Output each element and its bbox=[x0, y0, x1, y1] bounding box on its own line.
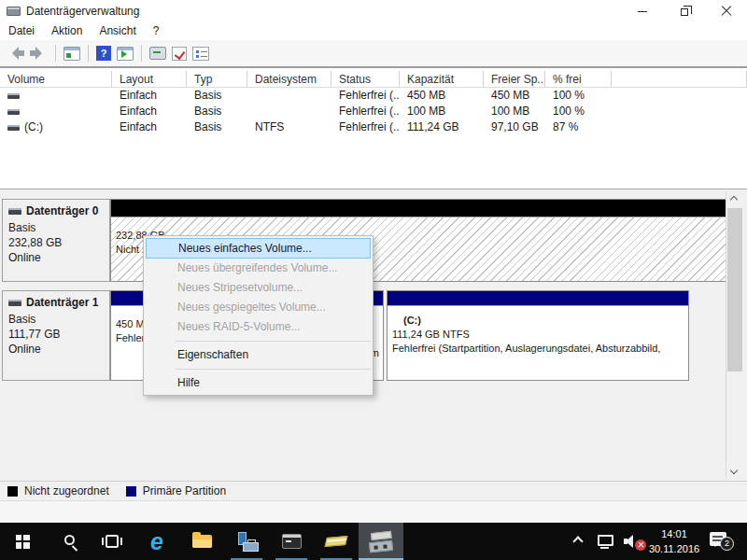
cell-layout: Einfach bbox=[112, 119, 187, 135]
taskbar: e 14:0 bbox=[0, 523, 747, 560]
properties-icon[interactable] bbox=[192, 47, 209, 61]
menu-separator bbox=[176, 369, 371, 370]
tray-chevron-up-icon[interactable] bbox=[572, 536, 583, 546]
cell-status: Fehlerfrei (... bbox=[331, 119, 400, 135]
volume-icon bbox=[7, 109, 20, 115]
title-bar: Datenträgerverwaltung bbox=[0, 0, 747, 22]
minimize-button[interactable] bbox=[621, 0, 663, 22]
clock-time: 14:01 bbox=[644, 526, 704, 541]
disk1-type: Basis bbox=[8, 312, 109, 327]
taskbar-item-book-app[interactable] bbox=[314, 523, 359, 560]
disk0-size: 232,88 GB bbox=[8, 235, 109, 250]
disk1-size: 111,77 GB bbox=[8, 327, 109, 342]
chevron-down-icon bbox=[730, 467, 738, 474]
network-icon[interactable] bbox=[598, 535, 613, 546]
taskbar-clock[interactable]: 14:01 30.11.2016 bbox=[644, 526, 704, 556]
disk0-name: Datenträger 0 bbox=[26, 204, 98, 217]
command-prompt-icon bbox=[282, 534, 302, 549]
disk-graph-pane: Datenträger 0 Basis 232,88 GB Online 232… bbox=[0, 189, 747, 481]
primary-partition-color-band bbox=[388, 291, 688, 305]
screen: Datenträgerverwaltung Datei Aktion Ansic… bbox=[0, 0, 747, 560]
cell-typ: Basis bbox=[187, 88, 247, 104]
window-title: Datenträgerverwaltung bbox=[26, 5, 139, 18]
disk1-label-box[interactable]: Datenträger 1 Basis 111,77 GB Online bbox=[2, 290, 110, 381]
column-header-typ[interactable]: Typ bbox=[187, 71, 247, 87]
column-header-pct-frei[interactable]: % frei bbox=[545, 71, 612, 87]
menu-aktion[interactable]: Aktion bbox=[43, 22, 91, 40]
menu-datei[interactable]: Datei bbox=[0, 22, 43, 40]
volume-name: (C:) bbox=[24, 119, 43, 135]
disk0-type: Basis bbox=[8, 220, 109, 235]
help-icon[interactable]: ? bbox=[96, 46, 111, 61]
toolbar: ? bbox=[0, 40, 747, 67]
search-button[interactable] bbox=[45, 523, 90, 560]
column-header-dateisystem[interactable]: Dateisystem bbox=[247, 71, 331, 87]
taskbar-item-disk-management[interactable] bbox=[359, 523, 403, 560]
column-header-freier-speicher[interactable]: Freier Sp... bbox=[484, 71, 545, 87]
volume-muted-icon[interactable] bbox=[624, 534, 646, 549]
cell-frei: 97,10 GB bbox=[484, 119, 545, 135]
disk1-partition-c[interactable]: (C:) 111,24 GB NTFS Fehlerfrei (Startpar… bbox=[387, 290, 689, 381]
column-header-status[interactable]: Status bbox=[331, 71, 400, 87]
legend-primary-partition: Primäre Partition bbox=[126, 484, 226, 497]
legend-label: Primäre Partition bbox=[143, 484, 226, 497]
volume-row-c[interactable]: (C:) Einfach Basis NTFS Fehlerfrei (... … bbox=[0, 119, 747, 135]
window-bottom-strip bbox=[0, 500, 747, 523]
cell-dateisystem bbox=[247, 104, 331, 119]
taskbar-item-command-prompt[interactable] bbox=[269, 523, 314, 560]
clock-date: 30.11.2016 bbox=[644, 541, 704, 556]
cell-typ: Basis bbox=[187, 119, 247, 135]
column-header-kapazitaet[interactable]: Kapazität bbox=[400, 71, 484, 87]
menu-separator bbox=[176, 341, 371, 342]
legend-unallocated: Nicht zugeordnet bbox=[7, 484, 109, 497]
forward-button[interactable] bbox=[28, 46, 49, 61]
console-tree-icon[interactable] bbox=[63, 47, 80, 61]
volume-list-pane: Volume Layout Typ Dateisystem Status Kap… bbox=[0, 67, 747, 189]
column-header-volume[interactable]: Volume bbox=[0, 71, 112, 87]
menu-item-new-simple-volume[interactable]: Neues einfaches Volume... bbox=[146, 238, 371, 259]
check-disk-icon[interactable] bbox=[172, 47, 187, 61]
menu-item-new-striped-volume: Neues Stripesetvolume... bbox=[144, 278, 373, 298]
scrollbar-thumb[interactable] bbox=[727, 208, 742, 371]
close-button[interactable] bbox=[705, 0, 747, 22]
taskbar-item-server-manager[interactable] bbox=[224, 523, 269, 560]
menu-item-help[interactable]: Hilfe bbox=[144, 373, 373, 393]
back-button[interactable] bbox=[6, 46, 26, 61]
caption-buttons bbox=[621, 0, 747, 22]
menu-item-properties[interactable]: Eigenschaften bbox=[144, 345, 373, 365]
taskbar-item-internet-explorer[interactable]: e bbox=[134, 523, 179, 560]
volume-row-system[interactable]: Einfach Basis Fehlerfrei (... 100 MB 100… bbox=[0, 104, 747, 119]
disk-icon bbox=[8, 300, 21, 306]
scroll-up-button[interactable] bbox=[726, 191, 743, 207]
menu-help[interactable]: ? bbox=[145, 22, 168, 40]
cell-kapazitaet: 100 MB bbox=[400, 104, 484, 119]
menu-bar: Datei Aktion Ansicht ? bbox=[0, 22, 747, 40]
restore-button[interactable] bbox=[663, 0, 705, 22]
action-center-button[interactable]: 2 bbox=[710, 532, 726, 546]
menu-ansicht[interactable]: Ansicht bbox=[91, 22, 144, 40]
cell-layout: Einfach bbox=[112, 88, 187, 104]
notification-badge: 2 bbox=[720, 537, 734, 551]
column-header-layout[interactable]: Layout bbox=[112, 71, 187, 87]
task-view-button[interactable] bbox=[90, 523, 134, 560]
disk-management-app-icon bbox=[7, 7, 21, 16]
vertical-scrollbar[interactable] bbox=[726, 191, 742, 480]
partition-size: 111,24 GB NTFS bbox=[392, 328, 660, 342]
partition-title: (C:) bbox=[392, 314, 660, 328]
volume-row-recovery[interactable]: Einfach Basis Fehlerfrei (... 450 MB 450… bbox=[0, 88, 747, 104]
action-console-icon[interactable] bbox=[149, 47, 166, 60]
legend-label: Nicht zugeordnet bbox=[24, 484, 109, 497]
start-button[interactable] bbox=[0, 523, 45, 560]
toolbar-separator bbox=[88, 45, 89, 62]
taskbar-item-file-explorer[interactable] bbox=[179, 523, 224, 560]
show-window-icon[interactable] bbox=[117, 47, 134, 61]
volume-icon bbox=[7, 93, 20, 99]
cell-dateisystem bbox=[247, 88, 331, 104]
restore-icon bbox=[681, 8, 688, 16]
cell-status: Fehlerfrei (... bbox=[331, 88, 400, 104]
chevron-up-icon bbox=[730, 196, 738, 203]
menu-item-new-spanned-volume: Neues übergreifendes Volume... bbox=[144, 259, 373, 278]
scroll-down-button[interactable] bbox=[726, 464, 743, 480]
menu-item-new-mirrored-volume: Neues gespiegeltes Volume... bbox=[144, 298, 373, 317]
disk0-label-box[interactable]: Datenträger 0 Basis 232,88 GB Online bbox=[2, 199, 110, 282]
